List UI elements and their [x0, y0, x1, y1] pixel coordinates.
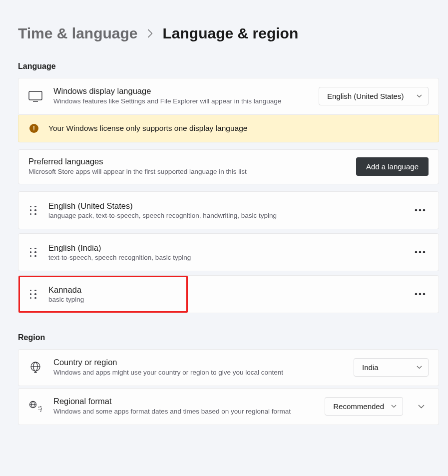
language-item[interactable]: English (United States) language pack, t… — [18, 191, 439, 229]
country-value: India — [362, 363, 379, 372]
language-name: Kannada — [48, 285, 402, 295]
svg-rect-0 — [29, 91, 42, 100]
drag-handle-icon[interactable] — [28, 289, 37, 300]
country-title: Country or region — [53, 358, 343, 367]
globe-icon — [28, 361, 42, 375]
format-desc: Windows and some apps format dates and t… — [53, 407, 293, 417]
preferred-languages-header: Preferred languages Microsoft Store apps… — [18, 149, 439, 184]
format-title: Regional format — [53, 397, 314, 406]
breadcrumb-parent[interactable]: Time & language — [18, 25, 138, 42]
chevron-down-icon — [391, 405, 397, 408]
language-name: English (United States) — [48, 201, 402, 211]
page-title: Language & region — [163, 25, 299, 42]
display-language-title: Windows display language — [53, 86, 308, 96]
display-language-dropdown[interactable]: English (United States) — [319, 87, 429, 105]
language-item[interactable]: Kannada basic typing ••• — [18, 275, 439, 313]
warning-icon: ! — [29, 124, 38, 133]
more-options-button[interactable]: ••• — [413, 244, 429, 260]
language-features: basic typing — [48, 296, 402, 303]
language-section-heading: Language — [18, 62, 439, 71]
display-language-card: Windows display language Windows feature… — [18, 78, 439, 115]
preferred-desc: Microsoft Store apps will appear in the … — [28, 167, 346, 177]
warning-text: Your Windows license only supports one d… — [48, 124, 247, 133]
country-dropdown[interactable]: India — [354, 358, 429, 377]
breadcrumb: Time & language Language & region — [18, 25, 439, 42]
translate-icon: 字 — [28, 400, 42, 414]
add-language-button[interactable]: Add a language — [356, 157, 429, 176]
language-features: language pack, text-to-speech, speech re… — [48, 212, 402, 219]
svg-text:字: 字 — [38, 406, 42, 413]
region-section-heading: Region — [18, 333, 439, 342]
display-language-value: English (United States) — [327, 92, 404, 100]
format-dropdown[interactable]: Recommended — [325, 397, 403, 416]
drag-handle-icon[interactable] — [28, 247, 37, 258]
language-item[interactable]: English (India) text-to-speech, speech r… — [18, 233, 439, 271]
display-language-desc: Windows features like Settings and File … — [53, 97, 293, 106]
preferred-title: Preferred languages — [28, 157, 346, 166]
language-name: English (India) — [48, 243, 402, 253]
expand-button[interactable] — [414, 405, 429, 409]
license-warning: ! Your Windows license only supports one… — [18, 115, 439, 142]
chevron-right-icon — [147, 29, 154, 38]
country-desc: Windows and apps might use your country … — [53, 368, 293, 378]
more-options-button[interactable]: ••• — [413, 202, 429, 218]
chevron-down-icon — [417, 94, 422, 98]
display-icon — [28, 89, 42, 103]
country-region-card: Country or region Windows and apps might… — [18, 349, 439, 386]
drag-handle-icon[interactable] — [28, 205, 37, 216]
language-features: text-to-speech, speech recognition, basi… — [48, 254, 402, 261]
regional-format-card: 字 Regional format Windows and some apps … — [18, 388, 439, 425]
more-options-button[interactable]: ••• — [413, 286, 429, 302]
chevron-down-icon — [417, 366, 422, 369]
format-value: Recommended — [333, 402, 384, 411]
